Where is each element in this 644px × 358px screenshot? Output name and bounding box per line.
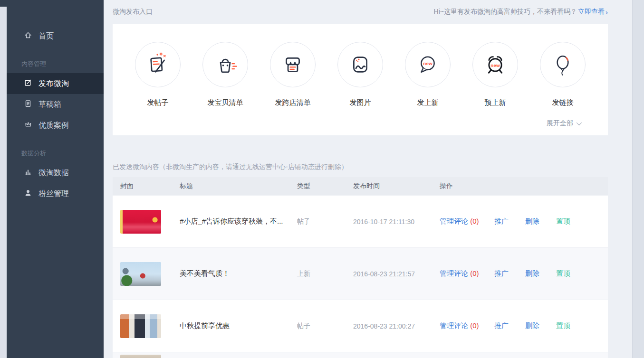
feed-table: 封面 标题 类型 发布时间 操作 #小店_#告诉你应该穿秋装，不... 帖子 2… [113, 177, 608, 358]
entry-new-arrival[interactable]: new 发上新 [394, 42, 461, 107]
sidebar-item-quality-cases[interactable]: 优质案例 [7, 115, 104, 136]
col-header-type: 类型 [297, 182, 353, 190]
row-type: 帖子 [297, 322, 353, 330]
edit-icon [24, 78, 32, 89]
row-type: 帖子 [297, 217, 353, 226]
sidebar-item-fans[interactable]: 粉丝管理 [7, 183, 104, 204]
row-title: 中秋提前享优惠 [180, 321, 297, 330]
delete-link[interactable]: 删除 [525, 269, 556, 278]
chevron-down-icon [577, 120, 582, 125]
table-header: 封面 标题 类型 发布时间 操作 [113, 177, 608, 195]
entry-image[interactable]: 发图片 [327, 42, 394, 107]
col-header-title: 标题 [180, 182, 297, 190]
comment-count: (0) [470, 321, 479, 330]
svg-text:new: new [423, 61, 433, 66]
sidebar-item-label: 微淘数据 [38, 168, 69, 178]
row-time: 2016-10-17 21:11:30 [353, 218, 440, 226]
cover-thumbnail [120, 210, 161, 234]
row-time: 2016-08-23 21:00:27 [353, 322, 440, 330]
topbar: 微淘发布入口 Hi~这里有发布微淘的高富帅技巧，不来看看吗？ 立即查看› [113, 0, 608, 24]
sidebar-item-label: 粉丝管理 [38, 189, 69, 199]
page-left-gutter [0, 0, 7, 358]
link-arrow-icon: › [606, 8, 608, 16]
entry-item-list[interactable]: 发宝贝清单 [192, 42, 259, 107]
crown-icon [24, 120, 32, 131]
document-icon [24, 99, 32, 110]
tips-banner: Hi~这里有发布微淘的高富帅技巧，不来看看吗？ 立即查看› [434, 8, 608, 16]
promote-link[interactable]: 推广 [494, 321, 525, 330]
item-list-icon [202, 42, 248, 87]
feed-section-title: 已发送微淘内容（非微淘生产的内容，请通过无线运营中心-店铺动态进行删除） [113, 163, 608, 171]
home-icon [24, 31, 32, 41]
comment-count: (0) [470, 217, 479, 225]
manage-comments-link[interactable]: 管理评论 (0) [440, 269, 494, 278]
pin-top-link[interactable]: 置顶 [556, 217, 570, 226]
svg-text:new: new [490, 63, 500, 68]
comment-count: (0) [470, 269, 479, 277]
post-icon [135, 42, 181, 87]
col-header-cover: 封面 [113, 182, 180, 190]
sidebar-item-label: 首页 [38, 31, 54, 41]
entry-label: 发图片 [350, 98, 371, 107]
row-title: #小店_#告诉你应该穿秋装，不... [180, 217, 297, 226]
entry-label: 发链接 [552, 98, 574, 107]
expand-all-button[interactable]: 展开全部 [547, 119, 580, 128]
page-left-gutter-cap [0, 0, 7, 7]
promote-link[interactable]: 推广 [494, 269, 525, 278]
sidebar: 首页 内容管理 发布微淘 草稿箱 [7, 0, 104, 358]
balloon-icon [540, 42, 586, 87]
sidebar-item-home[interactable]: 首页 [7, 26, 104, 47]
sidebar-item-drafts[interactable]: 草稿箱 [7, 94, 104, 115]
cover-thumbnail [120, 355, 161, 358]
row-title: 美不美看气质！ [180, 269, 297, 278]
bar-chart-icon [24, 168, 32, 178]
entry-label: 发帖子 [147, 98, 169, 107]
entry-label: 发上新 [417, 98, 439, 107]
new-alarm-icon: new [472, 42, 518, 87]
entry-label: 发宝贝清单 [208, 98, 243, 107]
entry-label: 预上新 [485, 98, 506, 107]
entry-pre-new-arrival[interactable]: new 预上新 [461, 42, 529, 107]
sidebar-item-label: 发布微淘 [38, 79, 69, 89]
row-time: 2016-08-23 21:21:57 [353, 270, 440, 278]
sidebar-item-label: 草稿箱 [38, 100, 61, 110]
new-bubble-icon: new [405, 42, 451, 87]
cover-thumbnail [120, 262, 161, 286]
delete-link[interactable]: 删除 [525, 321, 556, 330]
main-area: 微淘发布入口 Hi~这里有发布微淘的高富帅技巧，不来看看吗？ 立即查看› [104, 0, 632, 358]
table-row [113, 352, 608, 358]
entry-label: 发跨店清单 [275, 98, 311, 107]
col-header-actions: 操作 [440, 182, 608, 190]
expand-all-label: 展开全部 [547, 119, 573, 128]
sidebar-item-weitao-data[interactable]: 微淘数据 [7, 162, 104, 183]
pin-top-link[interactable]: 置顶 [556, 269, 570, 278]
cross-store-icon [270, 42, 316, 87]
table-row: 中秋提前享优惠 帖子 2016-08-23 21:00:27 管理评论 (0) … [113, 300, 608, 352]
sidebar-item-publish-weitao[interactable]: 发布微淘 [7, 73, 104, 94]
sidebar-section-content: 内容管理 [7, 59, 104, 69]
sidebar-section-analytics: 数据分析 [7, 148, 104, 159]
manage-comments-link[interactable]: 管理评论 (0) [440, 321, 494, 330]
entry-cross-store-list[interactable]: 发跨店清单 [259, 42, 327, 107]
promote-link[interactable]: 推广 [494, 217, 525, 226]
view-now-link[interactable]: 立即查看 [578, 8, 605, 16]
scrollbar[interactable] [632, 0, 644, 358]
tips-text: Hi~这里有发布微淘的高富帅技巧，不来看看吗？ [434, 8, 577, 16]
pin-top-link[interactable]: 置顶 [556, 321, 570, 330]
entry-post[interactable]: 发帖子 [124, 42, 192, 107]
manage-comments-link[interactable]: 管理评论 (0) [440, 217, 494, 226]
user-icon [24, 188, 32, 199]
entry-link[interactable]: 发链接 [529, 42, 596, 107]
table-row: #小店_#告诉你应该穿秋装，不... 帖子 2016-10-17 21:11:3… [113, 195, 608, 247]
page-title: 微淘发布入口 [113, 8, 153, 16]
image-icon [337, 42, 383, 87]
col-header-time: 发布时间 [353, 182, 440, 190]
sidebar-item-label: 优质案例 [38, 121, 69, 131]
delete-link[interactable]: 删除 [525, 217, 556, 226]
table-row: 美不美看气质！ 上新 2016-08-23 21:21:57 管理评论 (0) … [113, 247, 608, 300]
publish-entries-panel: 发帖子 发宝贝清单 [113, 24, 608, 135]
row-type: 上新 [297, 270, 353, 278]
cover-thumbnail [120, 314, 161, 338]
